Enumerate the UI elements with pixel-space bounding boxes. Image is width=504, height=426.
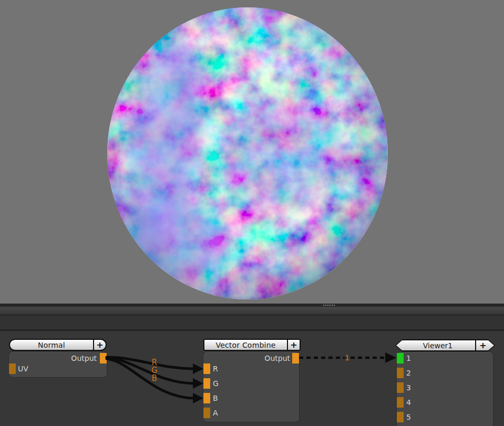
- node-title: Vector Combine: [204, 340, 287, 350]
- add-button[interactable]: +: [288, 340, 300, 350]
- port-vc-r[interactable]: [203, 363, 210, 374]
- toolbar-strip: [0, 307, 504, 314]
- input-port-label: 1: [406, 353, 427, 363]
- input-port-label: G: [213, 378, 234, 389]
- output-port-label: Output: [221, 353, 290, 363]
- port-normal-output[interactable]: [100, 353, 107, 363]
- node-title: Normal: [10, 340, 93, 350]
- port-vc-a[interactable]: [203, 408, 210, 418]
- input-port-label: 4: [406, 397, 427, 408]
- input-port-label: UV: [18, 363, 49, 374]
- input-port-label: B: [213, 393, 234, 403]
- input-port-label: A: [213, 408, 234, 418]
- port-vc-g[interactable]: [203, 378, 210, 389]
- sphere-texture: [0, 0, 504, 304]
- input-port-label: R: [213, 363, 234, 374]
- sub-bar: [0, 316, 504, 329]
- port-viewer1-1[interactable]: [397, 353, 404, 363]
- app-window: Normal + Output UV Vector Combine + Outp…: [0, 0, 504, 426]
- input-port-label: 5: [406, 412, 427, 422]
- port-normal-uv[interactable]: [9, 363, 16, 374]
- port-viewer1-2[interactable]: [397, 368, 404, 378]
- output-port-label: Output: [32, 353, 97, 363]
- port-viewer1-4[interactable]: [397, 397, 404, 408]
- pane-resize-handle[interactable]: [323, 305, 335, 306]
- port-vc-b[interactable]: [203, 393, 210, 403]
- node-viewer1-header[interactable]: Viewer1 +: [395, 339, 495, 351]
- node-vector-combine-header[interactable]: Vector Combine +: [203, 339, 301, 351]
- node-normal-header[interactable]: Normal +: [9, 339, 107, 351]
- node-title: Viewer1: [396, 340, 475, 350]
- viewer-pane[interactable]: [0, 0, 504, 304]
- add-button[interactable]: +: [94, 340, 106, 350]
- port-viewer1-3[interactable]: [397, 382, 404, 393]
- port-viewer1-5[interactable]: [397, 412, 404, 422]
- normal-map-sphere: [0, 0, 504, 304]
- input-port-label: 3: [406, 382, 427, 393]
- input-port-label: 2: [406, 368, 427, 378]
- port-vc-output[interactable]: [292, 353, 299, 363]
